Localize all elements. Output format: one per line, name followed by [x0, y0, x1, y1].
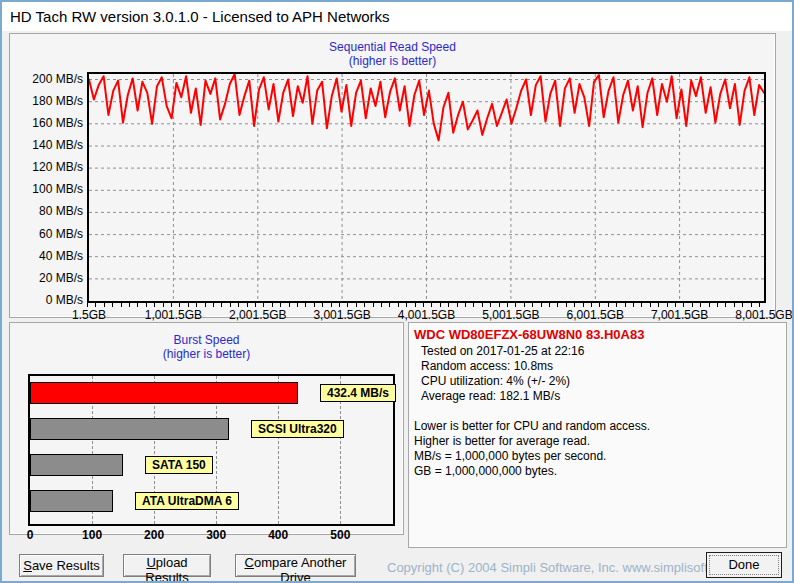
info-blank-line	[414, 404, 784, 419]
window-title: HD Tach RW version 3.0.1.0 - Licensed to…	[2, 2, 792, 31]
burst-bar-label: ATA UltraDMA 6	[135, 492, 239, 510]
burst-chart-subtitle: (higher is better)	[10, 347, 403, 361]
compare-mnemonic: C	[245, 555, 254, 570]
seq-y-tick-label: 140 MB/s	[13, 138, 83, 152]
info-note-gb: GB = 1,000,000,000 bytes.	[414, 464, 784, 479]
burst-bar	[30, 490, 113, 512]
seq-x-tick-label: 3,001.5GB	[313, 308, 370, 322]
upload-mnemonic: U	[146, 555, 155, 570]
burst-chart-title: Burst Speed	[10, 333, 403, 347]
seq-x-tick-label: 2,001.5GB	[229, 308, 286, 322]
seq-y-tick-label: 0 MB/s	[13, 293, 83, 307]
seq-x-tick-label: 5,001.5GB	[482, 308, 539, 322]
seq-x-axis-minor-ticks	[87, 303, 766, 307]
seq-y-tick-label: 40 MB/s	[13, 249, 83, 263]
info-note-higher: Higher is better for average read.	[414, 434, 784, 449]
save-label: ave Results	[32, 558, 100, 573]
seq-y-tick-label: 100 MB/s	[13, 182, 83, 196]
burst-x-tick-label: 400	[268, 528, 288, 542]
seq-y-tick-label: 200 MB/s	[13, 72, 83, 86]
seq-x-tick-label: 6,001.5GB	[567, 308, 624, 322]
info-random-access: Random access: 10.8ms	[414, 359, 784, 374]
done-button-inner: Done	[709, 555, 779, 575]
save-results-button[interactable]: Save Results	[19, 554, 104, 577]
burst-bar	[30, 454, 123, 476]
burst-bar	[30, 382, 298, 404]
seq-y-tick-label: 20 MB/s	[13, 271, 83, 285]
seq-x-tick-label: 4,001.5GB	[398, 308, 455, 322]
seq-plot-area	[87, 72, 766, 303]
burst-x-tick-label: 100	[82, 528, 102, 542]
seq-x-tick-label: 7,001.5GB	[651, 308, 708, 322]
app-window: HD Tach RW version 3.0.1.0 - Licensed to…	[0, 0, 794, 583]
burst-speed-panel: Burst Speed (higher is better) 432.4 MB/…	[9, 322, 404, 535]
info-average-read: Average read: 182.1 MB/s	[414, 389, 784, 404]
sequential-read-panel: Sequential Read Speed (higher is better)…	[9, 33, 776, 318]
burst-x-tick-label: 200	[144, 528, 164, 542]
seq-y-tick-label: 160 MB/s	[13, 116, 83, 130]
info-tested-on: Tested on 2017-01-25 at 22:16	[414, 344, 784, 359]
seq-y-tick-label: 80 MB/s	[13, 204, 83, 218]
seq-chart-title: Sequential Read Speed	[10, 40, 775, 54]
done-button[interactable]: Done	[706, 552, 782, 578]
done-mnemonic: D	[728, 557, 737, 572]
seq-y-tick-label: 60 MB/s	[13, 227, 83, 241]
burst-x-tick-label: 500	[330, 528, 350, 542]
seq-y-tick-label: 120 MB/s	[13, 160, 83, 174]
burst-plot-area: 432.4 MB/sSCSI Ultra320SATA 150ATA Ultra…	[28, 374, 395, 526]
info-note-lower: Lower is better for CPU and random acces…	[414, 419, 784, 434]
seq-x-tick-label: 1.5GB	[72, 308, 106, 322]
seq-chart-subtitle: (higher is better)	[10, 54, 775, 68]
seq-x-tick-label: 8,001.5GB	[735, 308, 792, 322]
drive-info-panel: WDC WD80EFZX-68UW8N0 83.H0A83 Tested on …	[408, 322, 787, 548]
burst-x-tick-label: 300	[206, 528, 226, 542]
upload-results-button[interactable]: Upload Results	[123, 554, 211, 577]
seq-y-tick-label: 180 MB/s	[13, 94, 83, 108]
burst-bar-label: SATA 150	[145, 456, 213, 474]
info-cpu-utilization: CPU utilization: 4% (+/- 2%)	[414, 374, 784, 389]
info-note-mbs: MB/s = 1,000,000 bytes per second.	[414, 449, 784, 464]
burst-bar-label: SCSI Ultra320	[251, 420, 344, 438]
seq-chart-svg	[89, 74, 764, 301]
done-label: one	[738, 557, 760, 572]
burst-bar-label: 432.4 MB/s	[320, 384, 396, 402]
burst-x-tick-label: 0	[27, 528, 34, 542]
save-mnemonic: S	[23, 558, 32, 573]
compare-another-drive-button[interactable]: Compare Another Drive	[235, 554, 356, 577]
compare-label: ompare Another Drive	[254, 555, 347, 583]
drive-name: WDC WD80EFZX-68UW8N0 83.H0A83	[414, 327, 784, 342]
burst-bar	[30, 418, 229, 440]
seq-x-tick-label: 1,001.5GB	[145, 308, 202, 322]
